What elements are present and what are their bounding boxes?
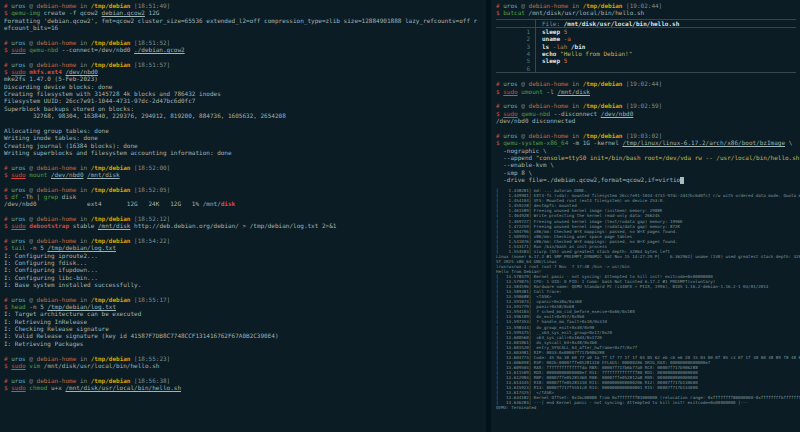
terminal-line: $ sudo chmod u+x /mnt/disk/usr/local/bin…: [4, 384, 486, 391]
terminal-line: Filesystem UUID: 26cc7e91-1044-4731-97dc…: [4, 97, 486, 104]
terminal-line: I: Configuring fdisk...: [4, 259, 486, 266]
terminal-line: [4, 178, 486, 185]
bat-file-preview: File: /mnt/disk/usr/local/bin/hello.sh 1…: [496, 19, 796, 73]
bat-code-line: 4echo "Hello from Debian!": [496, 50, 796, 57]
terminal-line: # uros @ debian-home in /tmp/debian [18:…: [4, 296, 486, 303]
terminal-line: # uros @ debian-home in /tmp/debian [18:…: [4, 164, 486, 171]
terminal-line: [4, 369, 486, 376]
bat-file-header: File: /mnt/disk/usr/local/bin/hello.sh: [496, 20, 796, 28]
terminal-line: [4, 208, 486, 215]
bat-code-lines: 1sleep 52uname -a3ls -lah /bin4echo "Hel…: [496, 28, 796, 72]
terminal-line: # uros @ debian-home in /tmp/debian [18:…: [4, 186, 486, 193]
terminal-line: $ df -Th | grep disk: [4, 193, 486, 200]
terminal-line: [496, 95, 800, 102]
terminal-line: I: Configuring ifupdown...: [4, 266, 486, 273]
terminal-line: I: Configuring libc-bin...: [4, 274, 486, 281]
terminal-line: $ sudo mkfs.ext4 /dev/nbd0: [4, 68, 486, 75]
terminal-pane-left[interactable]: # uros @ debian-home in /tmp/debian [18:…: [0, 0, 486, 432]
terminal-line: [4, 288, 486, 295]
bat-line-code: echo "Hello from Debian!": [536, 50, 632, 57]
bat-code-line: 3ls -lah /bin: [496, 43, 796, 50]
terminal-line: [4, 31, 486, 38]
terminal-line: Creating filesystem with 3145728 4k bloc…: [4, 90, 486, 97]
terminal-line: [496, 73, 800, 80]
terminal-line: I: Target architecture can be executed: [4, 310, 486, 317]
terminal-line: /dev/nbd0 disconnected: [496, 117, 800, 124]
bat-code-line: 5sleep 5: [496, 57, 796, 64]
bat-line-number: 6: [496, 65, 536, 72]
terminal-line: $ qemu-system-x86_64 -m 1G -kernel /tmp/…: [496, 139, 800, 146]
terminal-line: [4, 347, 486, 354]
right-pane-top-lines: # uros @ debian-home in /tmp/debian [19:…: [496, 2, 800, 17]
bat-file-path: /mnt/disk/usr/local/bin/hello.sh: [564, 20, 680, 27]
terminal-line: # uros @ debian-home in /tmp/debian [19:…: [496, 102, 800, 109]
bat-code-line: 2uname -a: [496, 35, 796, 42]
terminal-line: # uros @ debian-home in /tmp/debian [18:…: [4, 39, 486, 46]
terminal-line: $ sudo umount -l /mnt/disk: [496, 88, 800, 95]
terminal-line: $ head -n 5 /tmp/debian/log.txt: [4, 303, 486, 310]
terminal-line: I: Retrieving Packages: [4, 340, 486, 347]
terminal-line: Allocating group tables: done: [4, 127, 486, 134]
right-pane-mid-lines: # uros @ debian-home in /tmp/debian [19:…: [496, 73, 800, 183]
bat-file-header-text: File: /mnt/disk/usr/local/bin/hello.sh: [536, 20, 679, 27]
terminal-pane-right[interactable]: # uros @ debian-home in /tmp/debian [19:…: [491, 0, 800, 432]
bat-line-number: 1: [496, 28, 536, 35]
terminal-line: $ sudo debootstrap stable /mnt/disk http…: [4, 222, 486, 229]
terminal-line: [4, 120, 486, 127]
terminal-line: # uros @ debian-home in /tmp/debian [18:…: [4, 2, 486, 9]
terminal-line: -nographic \: [496, 147, 800, 154]
kernel-boot-log: [ 1.438281] md: ... autorun DONE.[ 1.449…: [496, 188, 800, 410]
bat-line-code: sleep 5: [536, 57, 567, 64]
terminal-line: Creating journal (16384 blocks): done: [4, 142, 486, 149]
bat-line-code: [536, 65, 546, 72]
bat-code-line: 1sleep 5: [496, 28, 796, 35]
terminal-line: --append "console=ttyS0 init=/bin/bash r…: [496, 154, 800, 161]
terminal-line: [4, 156, 486, 163]
terminal-line: # uros @ debian-home in /tmp/debian [19:…: [496, 132, 800, 139]
bat-gutter: [496, 20, 536, 27]
terminal-line: I: Retrieving InRelease: [4, 318, 486, 325]
kernel-log-line: QEMU: Terminated: [496, 405, 800, 410]
bat-line-number: 4: [496, 50, 536, 57]
bat-line-code: sleep 5: [536, 28, 567, 35]
terminal-line: # uros @ debian-home in /tmp/debian [18:…: [4, 237, 486, 244]
terminal-line: # uros @ debian-home in /tmp/debian [18:…: [4, 61, 486, 68]
terminal-line: [4, 53, 486, 60]
terminal-window: # uros @ debian-home in /tmp/debian [18:…: [0, 0, 800, 432]
terminal-cursor: [680, 177, 684, 184]
terminal-line: # uros @ debian-home in /tmp/debian [18:…: [4, 215, 486, 222]
terminal-line: # uros @ debian-home in /tmp/debian [18:…: [4, 355, 486, 362]
terminal-line: I: Base system installed successfully.: [4, 281, 486, 288]
bat-line-number: 2: [496, 35, 536, 42]
bat-file-label: File:: [542, 20, 564, 27]
terminal-line: Writing superblocks and filesystem accou…: [4, 149, 486, 156]
terminal-line: $ sudo qemu-nbd --connect=/dev/nbd0 ./de…: [4, 46, 486, 53]
bat-line-number: 3: [496, 43, 536, 50]
terminal-line: [4, 230, 486, 237]
terminal-line: Discarding device blocks: done: [4, 83, 486, 90]
bat-code-line: 6: [496, 65, 796, 72]
terminal-line: [496, 125, 800, 132]
terminal-line: Writing inode tables: done: [4, 134, 486, 141]
terminal-line: efcount_bits=16: [4, 24, 486, 31]
terminal-line: $ sudo mount /dev/nbd0 /mnt/disk: [4, 171, 486, 178]
terminal-line: I: Configuring iproute2...: [4, 252, 486, 259]
terminal-line: $ sudo qemu-nbd --disconnect /dev/nbd0: [496, 110, 800, 117]
terminal-line: # uros @ debian-home in /tmp/debian [19:…: [496, 2, 800, 9]
terminal-line: I: Valid Release signature (key id 41587…: [4, 332, 486, 339]
terminal-line: $ batcat /mnt/disk/usr/local/bin/hello.s…: [496, 9, 800, 16]
terminal-line: --enable-kvm \: [496, 161, 800, 168]
terminal-line: -drive file=./debian.qcow2,format=qcow2,…: [496, 176, 800, 183]
bat-line-code: ls -lah /bin: [536, 43, 585, 50]
terminal-line: # uros @ debian-home in /tmp/debian [19:…: [496, 80, 800, 87]
terminal-line: /dev/nbd0 ext4 12G 24K 12G 1% /mnt/disk: [4, 200, 486, 207]
terminal-line: Formatting 'debian.qcow2', fmt=qcow2 clu…: [4, 17, 486, 24]
terminal-line: mke2fs 1.47.0 (5-Feb-2023): [4, 75, 486, 82]
terminal-line: # uros @ debian-home in /tmp/debian [18:…: [4, 377, 486, 384]
bat-line-code: uname -a: [536, 35, 571, 42]
terminal-line: $ qemu-img create -f qcow2 debian.qcow2 …: [4, 9, 486, 16]
terminal-line: 32768, 98304, 163840, 229376, 294912, 81…: [4, 112, 486, 119]
terminal-line: Superblock backups stored on blocks:: [4, 105, 486, 112]
bat-line-number: 5: [496, 57, 536, 64]
terminal-line: I: Checking Release signature: [4, 325, 486, 332]
